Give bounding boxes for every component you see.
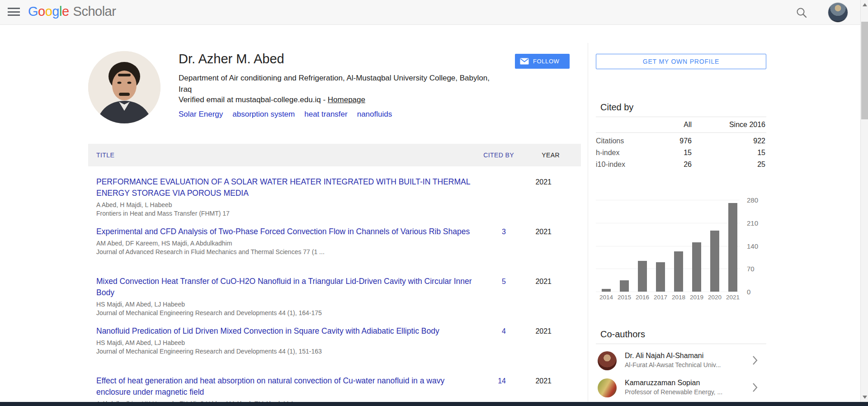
sort-by-title[interactable]: TITLE [96, 151, 460, 159]
homepage-link[interactable]: Homepage [328, 95, 365, 104]
cited-by-rows: Citations976922h-index1515i10-index2625 [596, 135, 766, 170]
metric-since-value: 25 [692, 161, 766, 169]
coauthor-avatar [598, 378, 617, 397]
get-my-own-profile-button[interactable]: GET MY OWN PROFILE [596, 54, 766, 69]
publication-main: Experimental and CFD Analysis of Two-Pha… [88, 226, 478, 266]
interest-tags: Solar Energyabsorption systemheat transf… [179, 110, 401, 119]
chart-bar-2018[interactable] [674, 251, 683, 292]
coauthors-title: Co-authors [600, 329, 645, 340]
publication-venue: Journal of Mechanical Engineering Resear… [96, 309, 478, 317]
scrollbar-thumb[interactable] [861, 22, 868, 119]
sort-by-year[interactable]: YEAR [514, 151, 560, 159]
vertical-scrollbar[interactable] [860, 0, 868, 406]
publication-title-link[interactable]: PERFORMANCE EVALUATION OF A SOLAR WATER … [96, 176, 478, 199]
publication-venue: Journal of Advanced Research in Fluid Me… [96, 248, 478, 256]
cited-by-metric-row: Citations976922 [596, 135, 766, 147]
publications-header-row: TITLE CITED BY YEAR [88, 144, 581, 166]
scroll-down-arrow-icon[interactable] [863, 396, 867, 399]
coauthors-list: Dr. Ali Najah Al-Shamani Al-Furat Al-Aws… [596, 347, 766, 401]
sort-by-cited-by[interactable]: CITED BY [460, 151, 514, 159]
coauthor-avatar [598, 351, 617, 370]
cited-by-count-link[interactable]: 14 [498, 377, 506, 385]
menu-icon[interactable] [8, 8, 20, 17]
publications-list: PERFORMANCE EVALUATION OF A SOLAR WATER … [88, 166, 581, 406]
chevron-right-icon [752, 355, 758, 367]
chart-xtick-label: 2015 [615, 294, 633, 301]
publication-year: 2021 [506, 176, 552, 216]
chart-gridline [596, 292, 740, 292]
coauthor-name: Dr. Ali Najah Al-Shamani [625, 352, 703, 360]
coauthor-description: Al-Furat Al-Awsat Technical Univ... [625, 361, 721, 368]
chart-bar-2017[interactable] [656, 262, 665, 292]
coauthor-item[interactable]: Dr. Ali Najah Al-Shamani Al-Furat Al-Aws… [596, 347, 766, 374]
publication-title-link[interactable]: Effect of heat generation and heat absor… [96, 375, 478, 398]
publication-title-link[interactable]: Mixed Convection Heat Transfer of CuO-H2… [96, 276, 478, 298]
search-icon[interactable] [796, 7, 807, 19]
publication-year: 2021 [506, 375, 552, 406]
metric-since-value: 15 [692, 149, 766, 157]
publication-authors: AM Abed, DF Kareem, HS Majdi, A Abdulkad… [96, 239, 478, 248]
follow-button[interactable]: FOLLOW [515, 54, 570, 69]
cited-by-metric-row: i10-index2625 [596, 159, 766, 170]
bottom-scrollbar-strip [0, 402, 868, 406]
chart-bar-2019[interactable] [692, 242, 701, 292]
publication-year: 2021 [506, 276, 552, 316]
metric-label-link[interactable]: Citations [596, 137, 640, 145]
metric-label-link[interactable]: i10-index [596, 161, 640, 169]
follow-button-label: FOLLOW [533, 58, 560, 65]
chart-ytick-label: 210 [747, 219, 758, 227]
coauthor-item[interactable]: Kamaruzzaman Sopian Professor of Renewab… [596, 374, 766, 401]
publication-authors: HS Majdi, AM Abed, LJ Habeeb [96, 300, 478, 309]
chart-bar-2016[interactable] [638, 261, 647, 292]
publication-title-link[interactable]: Experimental and CFD Analysis of Two-Pha… [96, 226, 478, 237]
cited-by-count-link[interactable]: 3 [502, 228, 506, 236]
publication-main: Mixed Convection Heat Transfer of CuO-H2… [88, 276, 478, 316]
chart-bar-2020[interactable] [710, 231, 719, 292]
verified-email-text: Verified email at mustaqbal-college.edu.… [179, 95, 328, 104]
profile-photo [88, 51, 160, 123]
metric-all-value: 15 [640, 149, 692, 157]
metric-label-link[interactable]: h-index [596, 149, 640, 157]
publication-row: Mixed Convection Heat Transfer of CuO-H2… [88, 266, 581, 316]
chart-xtick-label: 2020 [706, 294, 724, 301]
chart-xtick-label: 2016 [633, 294, 651, 301]
page-title: Dr. Azher M. Abed [179, 52, 284, 66]
publication-main: Nanofluid Predication of Lid Driven Mixe… [88, 326, 478, 365]
interest-tag-link[interactable]: absorption system [232, 110, 295, 118]
envelope-icon [520, 58, 529, 65]
citations-chart: 0701402102802014201520162017201820192020… [596, 197, 766, 304]
chart-ytick-label: 140 [747, 242, 758, 250]
coauthors-divider [596, 344, 766, 344]
scholar-profile-page: GoogleScholar Dr. Azher M. Abed Departme… [0, 0, 868, 406]
chart-xtick-label: 2021 [724, 294, 742, 301]
interest-tag-link[interactable]: nanofluids [357, 110, 392, 118]
publication-venue: Frontiers in Heat and Mass Transfer (FHM… [96, 209, 478, 218]
scholar-logo[interactable]: GoogleScholar [28, 4, 116, 19]
publication-cited-by: 4 [478, 326, 506, 365]
chart-bar-2021[interactable] [728, 203, 737, 292]
publication-venue: Journal of Mechanical Engineering Resear… [96, 347, 478, 356]
coauthor-name: Kamaruzzaman Sopian [625, 379, 700, 387]
affiliation-text: Department of Air conditioning and Refri… [179, 72, 493, 95]
cited-by-count-link[interactable]: 5 [502, 278, 506, 285]
publication-authors: HS Majdi, AM Abed, LJ Habeeb [96, 339, 478, 347]
chart-xtick-label: 2018 [670, 294, 688, 301]
publication-title-link[interactable]: Nanofluid Predication of Lid Driven Mixe… [96, 326, 478, 337]
top-bar: GoogleScholar [0, 0, 868, 25]
chart-ytick-label: 0 [747, 288, 750, 296]
chart-xtick-label: 2019 [688, 294, 706, 301]
chart-bar-2015[interactable] [620, 280, 629, 292]
account-avatar[interactable] [828, 3, 848, 22]
metric-all-value: 26 [640, 161, 692, 169]
chart-bar-2014[interactable] [602, 289, 611, 292]
scroll-up-arrow-icon[interactable] [863, 3, 867, 6]
publication-cited-by [478, 176, 506, 216]
cited-by-metric-row: h-index1515 [596, 147, 766, 159]
cited-by-count-link[interactable]: 4 [502, 327, 506, 335]
cited-by-col-all[interactable]: All [640, 121, 692, 129]
chart-gridline [596, 200, 740, 200]
interest-tag-link[interactable]: heat transfer [304, 110, 347, 118]
interest-tag-link[interactable]: Solar Energy [179, 110, 223, 118]
cited-by-col-since[interactable]: Since 2016 [692, 121, 766, 129]
coauthor-description: Professor of Renewable Energy, ... [625, 388, 722, 396]
